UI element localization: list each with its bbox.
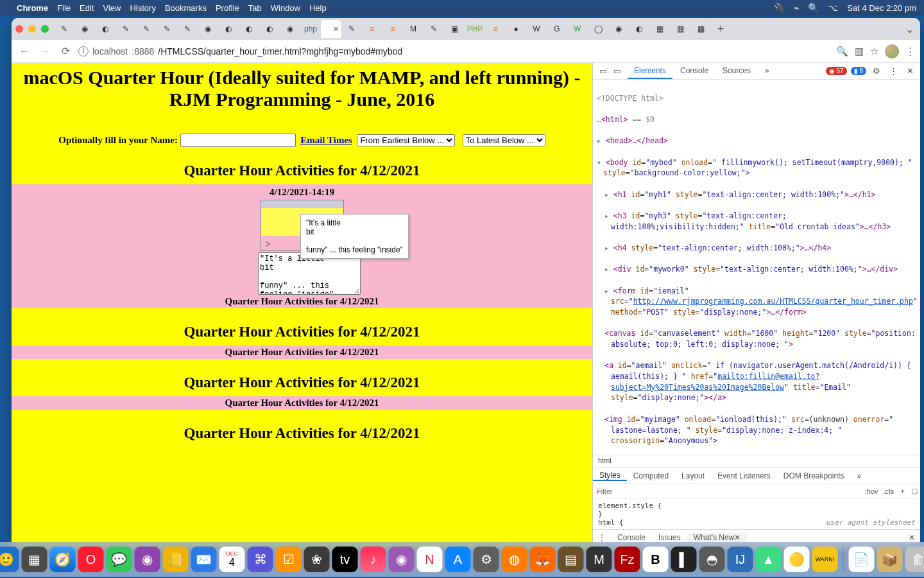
menubar-app-name[interactable]: Chrome [17, 3, 48, 13]
styles-hov-toggle[interactable]: :hov [862, 487, 881, 495]
email-times-link[interactable]: Email Times [300, 135, 352, 145]
dock-app-launchpad[interactable]: ▦ [22, 547, 47, 572]
menubar-item-tab[interactable]: Tab [248, 3, 262, 13]
style-rule[interactable]: html { [598, 518, 624, 527]
dock-app-filezilla[interactable]: Fz [615, 547, 640, 572]
dom-node[interactable]: <h1 id="myh1" style="text-align:center; … [594, 189, 919, 200]
browser-tab[interactable]: ≡ [382, 20, 403, 38]
styles-tab-more[interactable]: » [851, 471, 868, 480]
close-window-button[interactable] [15, 25, 23, 33]
reload-button[interactable]: ⟳ [58, 45, 73, 57]
menubar-clock[interactable]: Sat 4 Dec 2:20 pm [847, 3, 916, 13]
battery-icon[interactable]: 🔌 [774, 3, 785, 13]
menubar-item-window[interactable]: Window [271, 3, 300, 13]
dock-app-settings[interactable]: ⚙ [474, 547, 499, 572]
dock-app-mail[interactable]: ✉️ [191, 547, 217, 572]
page-viewport[interactable]: macOS Quarter Hour (Ideally suited for M… [12, 63, 592, 545]
dock-app-bbedit[interactable]: B [643, 547, 669, 572]
menubar-item-view[interactable]: View [103, 3, 121, 13]
zoom-window-button[interactable] [41, 25, 49, 33]
dock-app-intellij[interactable]: IJ [728, 547, 753, 572]
dock-app-blender[interactable]: ◍ [502, 547, 527, 572]
spotlight-icon[interactable]: 🔍 [808, 3, 819, 13]
dock-app-finder[interactable]: 🙂 [0, 547, 19, 572]
dom-node[interactable]: <body id="mybod" onload=" fillinmywork()… [594, 157, 919, 179]
to-select[interactable]: To Latest Below ... [463, 134, 545, 146]
browser-tab[interactable]: ▦ [670, 20, 690, 38]
back-button[interactable]: ← [17, 46, 32, 57]
site-info-icon[interactable]: i [78, 46, 89, 57]
drawer-tab-issues[interactable]: Issues [652, 533, 687, 542]
styles-boxmodel-icon[interactable]: ▢ [909, 487, 920, 495]
dock-app-chrome[interactable]: 🟡 [784, 547, 810, 572]
styles-tab-computed[interactable]: Computed [627, 471, 675, 480]
style-rule[interactable]: element.style { [598, 502, 915, 510]
menubar-item-edit[interactable]: Edit [80, 3, 94, 13]
dom-node[interactable]: …<html> == $0 [594, 114, 919, 125]
bookmark-icon[interactable]: ☆ [870, 46, 878, 57]
drawer-tab-console[interactable]: Console [611, 533, 652, 542]
dom-node[interactable]: <head>…</head> [594, 136, 919, 146]
dock-app-safari[interactable]: 🧭 [50, 547, 76, 572]
browser-tab[interactable]: ◐ [239, 20, 259, 38]
browser-tab[interactable]: ◉ [74, 20, 95, 38]
from-select[interactable]: From Earliest Below ... [357, 134, 455, 146]
inspect-element-icon[interactable]: ▭ [597, 66, 610, 76]
settings-gear-icon[interactable]: ⚙ [870, 66, 883, 76]
extension-icon[interactable]: ▥ [855, 46, 864, 57]
menubar-item-file[interactable]: File [57, 3, 71, 13]
dock-app-photos[interactable]: ❀ [304, 547, 330, 572]
browser-tab[interactable]: ✎ [341, 20, 362, 38]
devtools-close-icon[interactable]: ✕ [903, 66, 916, 76]
browser-tab[interactable]: PHP [465, 20, 485, 38]
browser-tab[interactable]: ◐ [259, 20, 280, 38]
dock-app-warning[interactable]: WARN! [812, 547, 838, 572]
elements-tree[interactable]: <!DOCTYPE html> …<html> == $0 <head>…</h… [593, 80, 920, 455]
browser-tab[interactable]: ◉ [198, 20, 218, 38]
browser-tab[interactable]: ◐ [629, 20, 649, 38]
browser-tab[interactable]: ≡ [485, 20, 506, 38]
dock-app-music[interactable]: ♪ [361, 547, 386, 572]
menubar-item-bookmarks[interactable]: Bookmarks [165, 3, 207, 13]
dock-app-calendar[interactable]: DEC4 [219, 547, 245, 572]
browser-tab[interactable]: ▣ [444, 20, 465, 38]
browser-tab[interactable]: ◯ [588, 20, 608, 38]
browser-tab[interactable]: M [403, 20, 424, 38]
drawer-menu-icon[interactable]: ⋮ [593, 533, 611, 542]
browser-tab[interactable]: php [300, 20, 321, 38]
browser-tab[interactable]: ✎ [177, 20, 198, 38]
browser-tab[interactable]: ◉ [280, 20, 300, 38]
browser-tab[interactable]: ✎ [157, 20, 177, 38]
browser-tab-active[interactable]: ✕ [321, 20, 341, 38]
dom-node[interactable]: <a id="aemail" onclick=" if (navigator.u… [594, 360, 919, 403]
styles-body[interactable]: element.style { } html {user agent style… [593, 499, 920, 529]
dock-app-shortcuts[interactable]: ⌘ [248, 547, 273, 572]
browser-tab[interactable]: ◐ [95, 20, 116, 38]
dock-app-tv[interactable]: tv [332, 547, 358, 572]
wifi-icon[interactable]: ⌁ [794, 3, 799, 13]
kebab-menu-icon[interactable]: ⋮ [905, 46, 915, 57]
styles-cls-toggle[interactable]: .cls [881, 487, 897, 495]
browser-tab[interactable]: G [547, 20, 567, 38]
dock-app-firefox[interactable]: 🦊 [530, 547, 556, 572]
browser-tab[interactable]: W [526, 20, 547, 38]
dom-node[interactable]: <!DOCTYPE html> [594, 93, 919, 104]
issue-count-badge[interactable]: ▮ 8 [851, 67, 866, 75]
devtools-tab-console[interactable]: Console [674, 64, 715, 79]
zoom-icon[interactable]: 🔍 [836, 46, 848, 57]
dock-app-terminal[interactable]: ▌ [671, 547, 697, 572]
drawer-tab-whatsnew[interactable]: What's New ✕ [687, 533, 748, 542]
error-count-badge[interactable]: ◉ 57 [826, 67, 847, 75]
forward-button[interactable]: → [37, 46, 53, 57]
devtools-menu-icon[interactable]: ⋮ [887, 66, 900, 76]
dock-app-opera[interactable]: O [78, 547, 104, 572]
dom-node[interactable]: <div id="mywork0" style="text-align:cent… [594, 264, 919, 275]
styles-tab-dombreakpoints[interactable]: DOM Breakpoints [777, 471, 851, 480]
styles-tab-eventlisteners[interactable]: Event Listeners [711, 471, 777, 480]
devtools-tab-sources[interactable]: Sources [716, 64, 757, 79]
styles-tab-layout[interactable]: Layout [675, 471, 711, 480]
dom-node[interactable]: <form id="iemail" src="http://www.rjmpro… [594, 286, 919, 318]
styles-tab-styles[interactable]: Styles [593, 471, 627, 481]
devtools-tab-more[interactable]: » [758, 64, 776, 79]
dock-app-folder[interactable]: 📦 [877, 547, 903, 572]
